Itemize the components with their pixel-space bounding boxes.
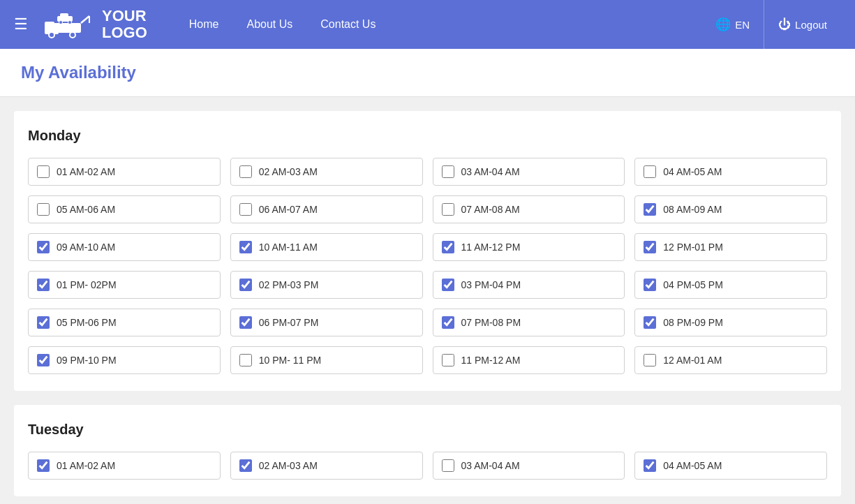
time-slot-label: 08 PM-09 PM: [663, 317, 723, 328]
time-slot-label: 05 AM-06 AM: [57, 204, 115, 215]
time-slot[interactable]: 08 AM-09 AM: [634, 195, 827, 223]
time-slot-checkbox[interactable]: [644, 241, 656, 253]
time-slot[interactable]: 03 AM-04 AM: [433, 452, 625, 480]
time-slot-checkbox[interactable]: [239, 279, 252, 291]
time-slot-checkbox[interactable]: [442, 316, 454, 329]
navbar: ☰ YOUR LOGO Home About Us Contact Us: [0, 0, 855, 49]
time-slot[interactable]: 01 AM-02 AM: [28, 452, 221, 480]
nav-right: 🌐 EN ⏻ Logout: [701, 0, 841, 49]
power-icon: ⏻: [778, 17, 791, 32]
time-slot-checkbox[interactable]: [37, 165, 50, 178]
time-slot-label: 02 PM-03 PM: [259, 279, 319, 290]
time-slot-label: 01 AM-02 AM: [57, 166, 115, 177]
svg-rect-2: [45, 22, 54, 30]
time-slot[interactable]: 11 AM-12 PM: [433, 233, 625, 261]
time-slot[interactable]: 10 PM- 11 PM: [230, 346, 423, 374]
time-slot-checkbox[interactable]: [239, 316, 252, 329]
time-slot[interactable]: 03 PM-04 PM: [433, 271, 625, 299]
menu-icon[interactable]: ☰: [14, 15, 28, 34]
time-slot[interactable]: 06 AM-07 AM: [230, 195, 423, 223]
time-slot-checkbox[interactable]: [37, 459, 50, 472]
time-slot[interactable]: 09 AM-10 AM: [28, 233, 221, 261]
time-slot-label: 03 AM-04 AM: [461, 460, 520, 471]
time-slot[interactable]: 05 PM-06 PM: [28, 309, 221, 336]
time-slot-label: 11 PM-12 AM: [461, 355, 521, 366]
time-slot[interactable]: 07 AM-08 AM: [433, 195, 625, 223]
time-slot-checkbox[interactable]: [442, 354, 454, 366]
nav-home-link[interactable]: Home: [189, 18, 219, 31]
time-slot-checkbox[interactable]: [37, 279, 50, 291]
logo-icon: [39, 9, 95, 40]
time-slot-checkbox[interactable]: [644, 316, 656, 329]
time-slot-checkbox[interactable]: [37, 354, 50, 366]
time-slot-label: 01 PM- 02PM: [57, 279, 117, 290]
time-slot[interactable]: 01 AM-02 AM: [28, 158, 221, 186]
logout-label: Logout: [795, 19, 827, 31]
nav-contact-link[interactable]: Contact Us: [320, 18, 376, 31]
time-slot-checkbox[interactable]: [442, 165, 454, 178]
time-slot-checkbox[interactable]: [37, 203, 50, 216]
time-slot-checkbox[interactable]: [442, 203, 454, 216]
time-slot[interactable]: 08 PM-09 PM: [634, 309, 827, 336]
svg-point-9: [59, 21, 63, 24]
time-slot-checkbox[interactable]: [239, 354, 252, 366]
time-slot-checkbox[interactable]: [644, 165, 656, 178]
time-slot-label: 01 AM-02 AM: [57, 460, 115, 471]
svg-point-10: [68, 21, 72, 24]
time-slot-label: 04 AM-05 AM: [663, 166, 722, 177]
language-selector[interactable]: 🌐 EN: [701, 0, 764, 49]
time-slot[interactable]: 12 PM-01 PM: [634, 233, 827, 261]
logo: YOUR LOGO: [39, 8, 147, 41]
time-slot[interactable]: 01 PM- 02PM: [28, 271, 221, 299]
time-slot-label: 03 PM-04 PM: [461, 279, 521, 290]
time-slot-label: 07 PM-08 PM: [461, 317, 521, 328]
time-slot-label: 12 AM-01 AM: [663, 355, 722, 366]
main-content: Monday01 AM-02 AM02 AM-03 AM03 AM-04 AM0…: [0, 97, 855, 504]
time-slot[interactable]: 04 PM-05 PM: [634, 271, 827, 299]
time-slot-checkbox[interactable]: [644, 354, 656, 366]
time-slot-checkbox[interactable]: [239, 241, 252, 253]
time-slot-label: 04 PM-05 PM: [663, 279, 723, 290]
time-slot-label: 09 PM-10 PM: [57, 355, 117, 366]
nav-links: Home About Us Contact Us: [189, 18, 701, 31]
time-slot-checkbox[interactable]: [239, 165, 252, 178]
day-title-monday: Monday: [28, 128, 827, 144]
time-slot[interactable]: 02 AM-03 AM: [230, 158, 423, 186]
time-slot-label: 10 PM- 11 PM: [259, 355, 321, 366]
time-slot[interactable]: 05 AM-06 AM: [28, 195, 221, 223]
time-slot-label: 04 AM-05 AM: [663, 460, 722, 471]
time-slot-checkbox[interactable]: [37, 241, 50, 253]
time-slot-checkbox[interactable]: [644, 459, 656, 472]
time-slot[interactable]: 04 AM-05 AM: [634, 452, 827, 480]
nav-about-link[interactable]: About Us: [246, 18, 292, 31]
time-slot[interactable]: 06 PM-07 PM: [230, 309, 423, 336]
time-slot-label: 09 AM-10 AM: [57, 242, 115, 253]
time-slot[interactable]: 02 AM-03 AM: [230, 452, 423, 480]
time-slot-checkbox[interactable]: [644, 203, 656, 216]
day-section-tuesday: Tuesday01 AM-02 AM02 AM-03 AM03 AM-04 AM…: [14, 405, 841, 496]
time-slot-checkbox[interactable]: [37, 316, 50, 329]
day-section-monday: Monday01 AM-02 AM02 AM-03 AM03 AM-04 AM0…: [14, 111, 841, 391]
time-slot-label: 03 AM-04 AM: [461, 166, 520, 177]
logout-button[interactable]: ⏻ Logout: [764, 0, 841, 49]
time-slot[interactable]: 02 PM-03 PM: [230, 271, 423, 299]
time-slot-label: 10 AM-11 AM: [259, 242, 318, 253]
time-slot-checkbox[interactable]: [442, 279, 454, 291]
time-slot-label: 07 AM-08 AM: [461, 204, 520, 215]
time-slot[interactable]: 10 AM-11 AM: [230, 233, 423, 261]
time-slot[interactable]: 11 PM-12 AM: [433, 346, 625, 374]
time-slot-checkbox[interactable]: [442, 459, 454, 472]
time-slot[interactable]: 09 PM-10 PM: [28, 346, 221, 374]
time-slot-checkbox[interactable]: [442, 241, 454, 253]
time-slot[interactable]: 03 AM-04 AM: [433, 158, 625, 186]
time-slot-label: 05 PM-06 PM: [57, 317, 117, 328]
time-slot-checkbox[interactable]: [644, 279, 656, 291]
page-header: My Availability: [0, 49, 855, 97]
time-slot[interactable]: 12 AM-01 AM: [634, 346, 827, 374]
time-slot[interactable]: 07 PM-08 PM: [433, 309, 625, 336]
time-slot-checkbox[interactable]: [239, 203, 252, 216]
time-slot-label: 02 AM-03 AM: [259, 166, 318, 177]
time-slot[interactable]: 04 AM-05 AM: [634, 158, 827, 186]
time-slot-checkbox[interactable]: [239, 459, 252, 472]
time-slot-label: 06 AM-07 AM: [259, 204, 318, 215]
